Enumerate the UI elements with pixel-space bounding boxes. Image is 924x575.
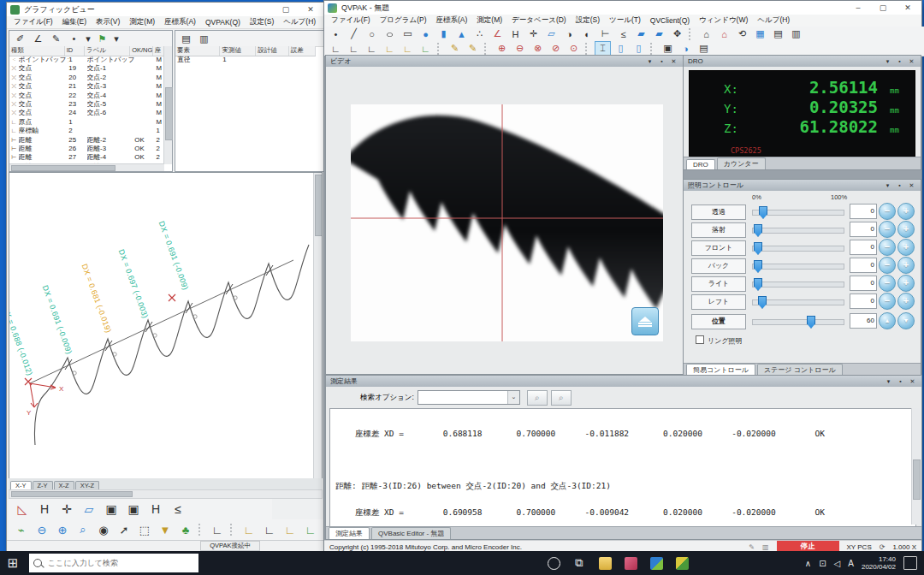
light-slider[interactable]	[752, 210, 844, 216]
canvas-vertical-scrollbar[interactable]	[313, 173, 322, 479]
angle-c-tool[interactable]: ∟	[260, 523, 279, 537]
table-row[interactable]: ⤫交点23交点-5M	[9, 100, 164, 109]
menu-edit[interactable]: 編集(E)	[62, 17, 86, 27]
table-row[interactable]: ⊢距離25距離-2OK2	[9, 136, 164, 145]
table-row[interactable]: ⤫交点21交点-3M	[9, 82, 164, 91]
menu-help[interactable]: ヘルプ(H)	[283, 17, 316, 27]
network-icon[interactable]: ⊡	[819, 559, 826, 568]
decrease-button[interactable]: −	[879, 257, 896, 274]
move-stage-tool[interactable]: ✥	[669, 27, 685, 41]
circle-tool[interactable]: ○	[364, 27, 380, 41]
panel-pin-icon[interactable]: ▪	[657, 58, 666, 64]
panel-close-icon[interactable]: ✕	[907, 58, 916, 65]
panel-close-icon[interactable]: ✕	[908, 378, 917, 385]
dro-panel-titlebar[interactable]: DRO ▾ ▪ ✕	[684, 56, 921, 67]
sphere-measure-tool[interactable]: ◐	[579, 27, 595, 41]
panel-menu-icon[interactable]: ▾	[884, 378, 893, 385]
slider-value-field[interactable]: 0	[850, 204, 877, 219]
cs-skew-tool[interactable]: ∟	[364, 41, 380, 56]
qvpak-taskbar-icon[interactable]	[646, 553, 666, 573]
decrease-button[interactable]: −	[879, 293, 896, 310]
cs-origin-tool[interactable]: ∟	[328, 41, 344, 56]
slider-value-field[interactable]: 0	[850, 240, 877, 255]
edit-tool[interactable]: ✎	[447, 41, 463, 56]
circle2-tool[interactable]: ▣	[123, 502, 144, 517]
increase-button[interactable]: +	[897, 203, 915, 220]
tab-xz[interactable]: X-Z	[54, 481, 74, 489]
tolerance-tool[interactable]: ≤	[168, 502, 188, 517]
panel-pin-icon[interactable]: ▪	[895, 58, 904, 64]
menu-view[interactable]: 表示(V)	[96, 17, 120, 27]
maximize-button[interactable]: ▢	[873, 2, 893, 14]
col-element[interactable]: 要素	[175, 46, 220, 56]
stage-map-tool[interactable]: ▦	[752, 27, 768, 41]
midpoint-tool[interactable]: ✛	[525, 27, 542, 41]
cs-axis-tool[interactable]: ∟	[346, 41, 362, 56]
point-edit-icon[interactable]: ✐	[12, 32, 28, 46]
cs-recall-tool[interactable]: ∟	[400, 41, 416, 56]
circle-measure-tool[interactable]: ◑	[561, 27, 578, 41]
angle-b-tool[interactable]: ∟	[240, 523, 258, 537]
notes-tool[interactable]: ▤	[696, 41, 712, 56]
increase-button[interactable]: +	[897, 275, 915, 292]
menu-coordsys[interactable]: 座標系(A)	[164, 17, 196, 27]
cs-offset-tool[interactable]: ∟	[418, 41, 434, 56]
point-tool[interactable]: •	[328, 27, 344, 41]
slider-value-field[interactable]: 0	[850, 258, 877, 273]
results-panel-titlebar[interactable]: 測定結果 ▾ ▪ ✕	[326, 376, 921, 387]
taskbar-search[interactable]	[29, 554, 198, 572]
table-row[interactable]: ⤫交点19交点-1M	[9, 64, 164, 73]
program-tool[interactable]: ▤	[770, 27, 786, 41]
ring-light-checkbox[interactable]: リング照明	[696, 335, 743, 346]
table-row[interactable]: ⤫交点22交点-4M	[9, 92, 164, 100]
file-explorer-icon[interactable]	[595, 553, 615, 573]
height-tool[interactable]: H	[507, 27, 524, 41]
tab-results[interactable]: 測定結果	[329, 527, 370, 539]
menu-window[interactable]: ウィンドウ(W)	[699, 15, 748, 26]
graphic-window-titlebar[interactable]: グラフィックビュー ▢ ✕	[7, 3, 324, 17]
menu-settings[interactable]: 設定(S)	[250, 17, 274, 27]
light-panel-titlebar[interactable]: 照明コントロール ▾ ▪ ✕	[684, 180, 921, 191]
teach-tool[interactable]: ✎	[465, 41, 481, 56]
volume-muted-icon[interactable]: ◁	[834, 559, 841, 568]
circle-tool[interactable]: ▣	[101, 502, 121, 517]
zoom-in-tool[interactable]: ⊕	[53, 523, 72, 537]
search-next-button[interactable]: ⌕	[527, 390, 548, 406]
region-tool[interactable]: ⬚	[135, 523, 154, 537]
light-slider[interactable]	[752, 228, 844, 234]
menu-qvclient[interactable]: QVClient(Q)	[650, 16, 690, 25]
plane-tool[interactable]: ▱	[79, 502, 99, 517]
goto-home-tool[interactable]: ⌂	[716, 27, 732, 41]
results-scrollbar[interactable]	[911, 408, 920, 525]
light-probe-tool[interactable]: ▯	[613, 41, 629, 56]
home-tool[interactable]: ⌂	[698, 27, 714, 41]
report-tool[interactable]: ▥	[788, 27, 804, 41]
surface-tool[interactable]: ▰	[633, 27, 649, 41]
table-row[interactable]: ⤫交点20交点-2M	[9, 74, 164, 82]
tolerance-tool[interactable]: ≤	[615, 27, 631, 41]
width-tool[interactable]: ⊢	[597, 27, 613, 41]
stage-up-button[interactable]	[631, 307, 659, 335]
list-view-icon[interactable]: ▤	[178, 32, 194, 46]
menu-measure[interactable]: 測定(M)	[477, 15, 502, 26]
menu-settings[interactable]: 設定(S)	[576, 15, 600, 26]
col-type[interactable]: 種類	[9, 46, 65, 56]
slider-value-field[interactable]: 0	[850, 222, 877, 237]
lock-tool[interactable]: ⊕	[494, 41, 510, 56]
menu-tools[interactable]: ツール(T)	[609, 15, 641, 26]
leaf-tool[interactable]: ♣	[176, 523, 195, 537]
cortana-icon[interactable]	[543, 553, 564, 573]
point-cloud-tool[interactable]: ∴	[471, 27, 488, 41]
surface2-tool[interactable]: ▰	[651, 27, 667, 41]
start-button[interactable]: ⊞	[3, 553, 23, 573]
dropdown-icon[interactable]: ▾	[84, 32, 92, 46]
dot-icon[interactable]: •	[66, 32, 82, 46]
tab-xy[interactable]: X-Y	[10, 481, 32, 489]
increase-button[interactable]: +	[897, 221, 915, 238]
tab-qvbasic-editor[interactable]: QVBasic Editor - 無題	[371, 527, 451, 539]
vertical-scrollbar[interactable]	[163, 46, 172, 164]
panel-pin-icon[interactable]: ▪	[895, 182, 904, 188]
plane-tool[interactable]: ▱	[543, 27, 560, 41]
table-row[interactable]: ⊢距離26距離-3OK2	[9, 145, 164, 153]
contrast-tool[interactable]: ◑	[678, 41, 694, 56]
